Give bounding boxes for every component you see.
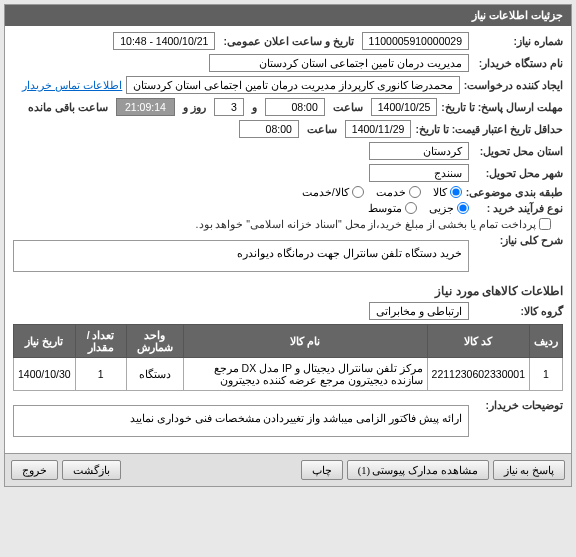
th-code: کد کالا xyxy=(427,325,529,358)
validity-date-field: 1400/11/29 xyxy=(345,120,412,138)
panel-title: جزئیات اطلاعات نیاز xyxy=(5,5,571,26)
time-label-2: ساعت xyxy=(307,123,337,135)
buy-type-label: نوع فرآیند خرید : xyxy=(473,202,563,214)
reply-button[interactable]: پاسخ به نیاز xyxy=(493,460,565,480)
cell-row: 1 xyxy=(530,358,563,391)
goods-group-field: ارتباطی و مخابراتی xyxy=(369,302,469,320)
buy-medium-label: متوسط xyxy=(368,202,402,214)
cell-name: مرکز تلفن سانترال دیجیتال و IP مدل DX مر… xyxy=(184,358,428,391)
th-date: تاریخ نیاز xyxy=(14,325,76,358)
cat-service-radio[interactable] xyxy=(409,186,421,198)
validity-time-field: 08:00 xyxy=(239,120,299,138)
cell-unit: دستگاه xyxy=(126,358,183,391)
buyer-notes-label: توضیحات خریدار: xyxy=(473,399,563,411)
desc-box: خرید دستگاه تلفن سانترال جهت درمانگاه دی… xyxy=(13,240,469,272)
cat-service-label: خدمت xyxy=(376,186,406,198)
cell-date: 1400/10/30 xyxy=(14,358,76,391)
need-number-label: شماره نیاز: xyxy=(473,35,563,47)
footer-buttons: پاسخ به نیاز مشاهده مدارک پیوستی (1) چاپ… xyxy=(5,453,571,486)
attachments-button[interactable]: مشاهده مدارک پیوستی (1) xyxy=(347,460,489,480)
creator-label: ایجاد کننده درخواست: xyxy=(464,79,563,91)
items-section-title: اطلاعات کالاهای مورد نیاز xyxy=(13,284,563,298)
treasury-checkbox[interactable] xyxy=(539,218,551,230)
buy-type-radio-group: جزیی متوسط xyxy=(368,202,469,214)
announce-date-field: 1400/10/21 - 10:48 xyxy=(113,32,215,50)
th-qty: تعداد / مقدار xyxy=(75,325,126,358)
th-unit: واحد شمارش xyxy=(126,325,183,358)
items-table: ردیف کد کالا نام کالا واحد شمارش تعداد /… xyxy=(13,324,563,391)
buyer-org-label: نام دستگاه خریدار: xyxy=(473,57,563,69)
contact-link[interactable]: اطلاعات تماس خریدار xyxy=(22,79,122,91)
buy-partial-label: جزیی xyxy=(429,202,454,214)
buyer-org-field: مدیریت درمان تامین اجتماعی استان کردستان xyxy=(209,54,469,72)
th-row: ردیف xyxy=(530,325,563,358)
cat-both-radio[interactable] xyxy=(352,186,364,198)
cell-qty: 1 xyxy=(75,358,126,391)
deadline-date-field: 1400/10/25 xyxy=(371,98,438,116)
announce-date-label: تاریخ و ساعت اعلان عمومی: xyxy=(223,35,353,47)
buy-partial-radio[interactable] xyxy=(457,202,469,214)
deadline-label: مهلت ارسال پاسخ: تا تاریخ: xyxy=(441,101,563,113)
cat-goods-radio[interactable] xyxy=(450,186,462,198)
back-button[interactable]: بازگشت xyxy=(62,460,121,480)
print-button[interactable]: چاپ xyxy=(301,460,343,480)
city-label: شهر محل تحویل: xyxy=(473,167,563,179)
day-label: روز و xyxy=(183,101,206,113)
time-label-1: ساعت xyxy=(333,101,363,113)
remaining-time-badge: 21:09:14 xyxy=(116,98,175,116)
province-field: کردستان xyxy=(369,142,469,160)
cell-code: 2211230602330001 xyxy=(427,358,529,391)
desc-label: شرح کلی نیاز: xyxy=(473,234,563,246)
buyer-notes-box: ارائه پیش فاکتور الزامی میباشد واز تغییر… xyxy=(13,405,469,437)
deadline-time-field: 08:00 xyxy=(265,98,325,116)
remaining-label: ساعت باقی مانده xyxy=(28,101,108,113)
th-name: نام کالا xyxy=(184,325,428,358)
category-label: طبقه بندی موضوعی: xyxy=(466,186,563,198)
province-label: استان محل تحویل: xyxy=(473,145,563,157)
creator-field: محمدرضا کانوری کارپرداز مدیریت درمان تام… xyxy=(126,76,459,94)
category-radio-group: کالا خدمت کالا/خدمت xyxy=(302,186,462,198)
cat-goods-label: کالا xyxy=(433,186,447,198)
validity-label: حداقل تاریخ اعتبار قیمت: تا تاریخ: xyxy=(415,123,563,135)
city-field: سنندج xyxy=(369,164,469,182)
cat-both-label: کالا/خدمت xyxy=(302,186,349,198)
and-label: و xyxy=(252,101,257,113)
table-row: 1 2211230602330001 مرکز تلفن سانترال دیج… xyxy=(14,358,563,391)
goods-group-label: گروه کالا: xyxy=(473,305,563,317)
exit-button[interactable]: خروج xyxy=(11,460,58,480)
need-number-field: 1100005910000029 xyxy=(362,32,469,50)
days-field: 3 xyxy=(214,98,244,116)
buy-medium-radio[interactable] xyxy=(405,202,417,214)
buy-note: پرداخت تمام یا بخشی از مبلغ خرید،از محل … xyxy=(196,218,536,230)
